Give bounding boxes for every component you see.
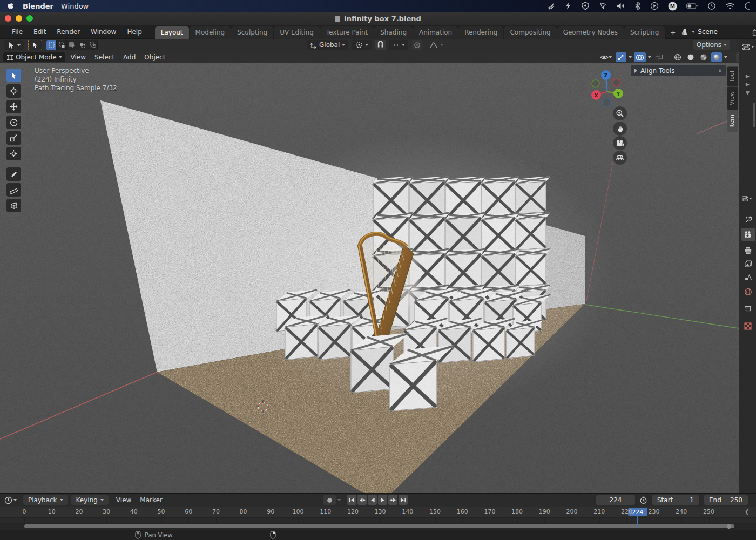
workspace-tab-layout[interactable]: Layout [155, 26, 189, 39]
workspace-tab-shading[interactable]: Shading [374, 26, 413, 39]
camera-view-button[interactable] [613, 136, 627, 150]
next-keyframe-button[interactable] [388, 495, 397, 505]
cursor-tool-button[interactable] [6, 84, 21, 98]
jump-to-end-button[interactable] [399, 495, 408, 505]
gizmo-neg-z-handle[interactable] [603, 99, 611, 106]
security-icon[interactable] [581, 2, 590, 10]
timeline-editor-type-button[interactable] [4, 496, 17, 504]
current-frame-field[interactable]: 224 [596, 495, 635, 505]
panel-collapsed-arrow-icon[interactable]: ▶ [746, 82, 750, 87]
wave-icon[interactable] [546, 2, 555, 10]
select-mode-extend-button[interactable] [57, 40, 67, 50]
gizmo-y-handle[interactable]: Y [616, 91, 620, 97]
properties-tab-selector[interactable] [741, 195, 752, 202]
start-frame-field[interactable]: Start1 [652, 495, 699, 505]
gizmo-z-handle[interactable]: Z [604, 73, 608, 78]
workspace-tab-geometry-nodes[interactable]: Geometry Nodes [557, 26, 624, 39]
tab-tool-properties[interactable] [741, 213, 755, 226]
rotate-tool-button[interactable] [6, 116, 21, 129]
viewport-menu-select[interactable]: Select [90, 52, 119, 62]
viewport-menu-add[interactable]: Add [119, 52, 140, 62]
select-mode-invert-button[interactable] [77, 40, 87, 50]
control-center-icon[interactable] [744, 2, 750, 10]
workspace-tab-modeling[interactable]: Modeling [190, 26, 231, 39]
add-cube-tool-button[interactable] [6, 199, 21, 212]
shading-rendered-button[interactable] [711, 52, 722, 62]
transform-tool-button[interactable] [6, 147, 21, 160]
select-mode-intersect-button[interactable] [87, 40, 98, 50]
npanel-tab-tool[interactable]: Tool [727, 66, 738, 86]
topbar-menu-edit[interactable]: Edit [28, 28, 51, 36]
zoom-view-button[interactable] [613, 106, 627, 120]
timeline-playback-dropdown[interactable]: Playback [23, 495, 68, 505]
gizmo-neg-x-handle[interactable] [613, 79, 620, 86]
snap-toggle-button[interactable] [375, 40, 386, 50]
vpn-icon[interactable] [599, 2, 607, 10]
apple-menu-icon[interactable] [6, 2, 14, 10]
tab-world-properties[interactable] [741, 285, 755, 298]
pan-view-button[interactable] [613, 122, 627, 136]
macos-app-menu[interactable]: Blender [23, 2, 53, 10]
timeline-menu-view[interactable]: View [112, 495, 136, 505]
workspace-tab-scripting[interactable]: Scripting [624, 26, 665, 39]
viewport-menu-view[interactable]: View [66, 52, 90, 62]
visibility-filter-dropdown[interactable] [598, 52, 613, 62]
window-titlebar[interactable]: infinity box 7.blend [0, 12, 756, 25]
wifi-icon[interactable] [725, 2, 735, 10]
timeline-track[interactable] [0, 517, 756, 523]
npanel-align-tools[interactable]: Align Tools ⠿ [631, 65, 726, 76]
move-tool-button[interactable] [6, 100, 21, 113]
select-mode-set-button[interactable] [46, 40, 57, 50]
gizmo-x-handle[interactable]: X [595, 93, 598, 98]
pivot-point-dropdown[interactable] [352, 40, 372, 50]
jump-to-start-button[interactable] [347, 495, 356, 505]
measure-tool-button[interactable] [6, 183, 21, 197]
add-workspace-button[interactable]: + [665, 27, 680, 39]
panel-expand-icon[interactable] [634, 69, 637, 73]
transform-orientation-dropdown[interactable]: Global [307, 40, 348, 50]
workspace-tab-compositing[interactable]: Compositing [504, 26, 556, 39]
lightning-icon[interactable] [564, 2, 572, 10]
perspective-toggle-button[interactable] [613, 151, 627, 165]
media-play-icon[interactable] [650, 2, 659, 10]
gizmos-toggle-button[interactable] [616, 52, 626, 62]
tab-render-properties[interactable] [741, 228, 755, 241]
select-mode-subtract-button[interactable] [67, 40, 77, 50]
panel-drag-handle-icon[interactable]: ⠿ [718, 68, 723, 73]
play-reverse-button[interactable] [368, 495, 377, 505]
panel-collapsed-arrow-icon[interactable]: ▶ [746, 73, 750, 79]
scene-browse-icon[interactable] [680, 28, 689, 36]
topbar-menu-render[interactable]: Render [51, 28, 85, 36]
options-dropdown[interactable]: Options [693, 40, 730, 50]
proportional-editing-button[interactable] [412, 40, 422, 50]
properties-scrollbar[interactable] [753, 103, 755, 127]
scene-browse-chevron-icon[interactable] [692, 31, 695, 33]
topbar-menu-help[interactable]: Help [122, 28, 147, 36]
scene-copy-button[interactable] [752, 28, 756, 36]
xray-toggle-button[interactable] [653, 52, 665, 62]
annotate-tool-button[interactable] [6, 167, 21, 181]
user-badge-icon[interactable]: M [668, 2, 677, 11]
macos-menu-window[interactable]: Window [61, 2, 89, 10]
gizmo-neg-y-handle[interactable] [592, 80, 599, 87]
tab-scene-properties[interactable] [741, 271, 755, 284]
workspace-tab-rendering[interactable]: Rendering [458, 26, 503, 39]
scale-tool-button[interactable] [6, 131, 21, 145]
npanel-tab-view[interactable]: View [727, 87, 738, 110]
workspace-tab-uv-editing[interactable]: UV Editing [274, 26, 320, 39]
play-button[interactable] [378, 495, 387, 505]
use-preview-range-icon[interactable] [639, 496, 647, 504]
panel-expanded-arrow-icon[interactable]: ▼ [746, 90, 750, 96]
shading-material-button[interactable] [698, 52, 709, 62]
scrollbar-end-dot[interactable] [727, 524, 731, 529]
battery-icon[interactable] [686, 2, 698, 10]
end-frame-field[interactable]: End250 [704, 495, 748, 505]
proportional-falloff-dropdown[interactable] [426, 40, 447, 50]
scene-name-field[interactable]: Scene [698, 28, 750, 36]
viewport-3d[interactable]: User Perspective (224) Infinity Path Tra… [0, 63, 739, 493]
active-tool-dropdown[interactable] [4, 40, 24, 50]
workspace-tab-sculpting[interactable]: Sculpting [231, 26, 273, 39]
workspace-tab-animation[interactable]: Animation [413, 26, 458, 39]
tweak-tool-button[interactable] [28, 40, 42, 50]
volume-icon[interactable] [616, 2, 625, 10]
